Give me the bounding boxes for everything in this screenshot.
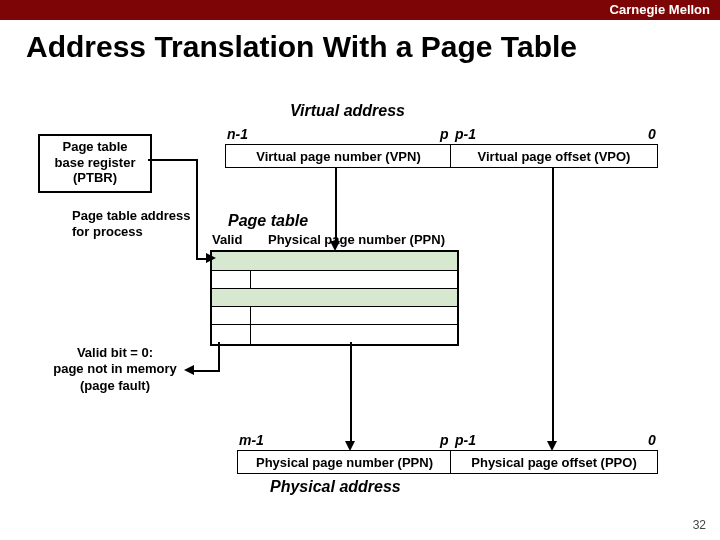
arrow-valid-head	[184, 365, 194, 375]
vpn-text: Virtual page number (VPN)	[256, 149, 420, 164]
ppn-field: Physical page number (PPN)	[237, 450, 452, 474]
ptbr-line1: Page table	[40, 139, 150, 155]
arrow-ptbr-hstub	[148, 159, 198, 161]
valid-bit-line2: page not in memory	[40, 361, 190, 377]
bit-p-1-upper: p-1	[455, 126, 476, 142]
arrow-ppn-v	[350, 342, 352, 443]
pt-address-label: Page table address for process	[72, 208, 191, 241]
page-table-row-4	[212, 324, 457, 345]
arrow-vpn-head	[330, 241, 340, 251]
ppn-text: Physical page number (PPN)	[256, 455, 433, 470]
slide-title: Address Translation With a Page Table	[26, 30, 577, 64]
page-table-col-ppn: Physical page number (PPN)	[268, 232, 445, 247]
ptbr-box: Page table base register (PTBR)	[38, 134, 152, 193]
ptbr-line2: base register	[40, 155, 150, 171]
vpo-text: Virtual page offset (VPO)	[478, 149, 631, 164]
arrow-valid-v	[218, 342, 220, 372]
vpn-field: Virtual page number (VPN)	[225, 144, 452, 168]
page-table	[210, 250, 459, 346]
page-table-row-0	[212, 252, 457, 270]
arrow-ptbr-v	[196, 159, 198, 259]
bit-m-1: m-1	[239, 432, 264, 448]
page-table-heading: Page table	[228, 212, 308, 230]
arrow-ppn-head	[345, 441, 355, 451]
brand-text: Carnegie Mellon	[610, 2, 710, 17]
pt-address-line2: for process	[72, 224, 191, 240]
ptbr-line3: (PTBR)	[40, 170, 150, 186]
arrow-ptbr-head	[206, 253, 216, 263]
bit-0-upper: 0	[648, 126, 656, 142]
page-table-col-valid: Valid	[212, 232, 242, 247]
vpo-field: Virtual page offset (VPO)	[450, 144, 658, 168]
brand-stripe: Carnegie Mellon	[0, 0, 720, 20]
page-table-row-3	[212, 306, 457, 325]
virtual-address-label: Virtual address	[290, 102, 405, 120]
bit-0-lower: 0	[648, 432, 656, 448]
page-number: 32	[693, 518, 706, 532]
ppo-text: Physical page offset (PPO)	[471, 455, 636, 470]
pt-address-line1: Page table address	[72, 208, 191, 224]
valid-bit-line3: (page fault)	[40, 378, 190, 394]
bit-n-1: n-1	[227, 126, 248, 142]
physical-address-label: Physical address	[270, 478, 401, 496]
bit-p-lower: p	[440, 432, 449, 448]
arrow-vpo-head	[547, 441, 557, 451]
valid-bit-line1: Valid bit = 0:	[40, 345, 190, 361]
valid-bit-note: Valid bit = 0: page not in memory (page …	[40, 345, 190, 394]
arrow-vpn-v	[335, 167, 337, 243]
page-table-row-2	[212, 288, 457, 307]
bit-p-upper: p	[440, 126, 449, 142]
arrow-vpo-v	[552, 167, 554, 443]
bit-p-1-lower: p-1	[455, 432, 476, 448]
page-table-row-1	[212, 270, 457, 289]
ppo-field: Physical page offset (PPO)	[450, 450, 658, 474]
arrow-valid-h	[193, 370, 219, 372]
